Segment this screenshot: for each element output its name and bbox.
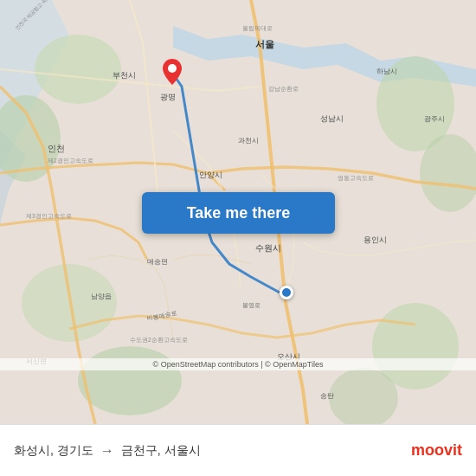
svg-text:광주시: 광주시 [424, 115, 445, 123]
svg-text:남양읍: 남양읍 [91, 293, 112, 300]
route-to: 금천구, 서울시 [121, 443, 201, 459]
moovit-logo: moovit [411, 441, 462, 460]
take-me-there-button[interactable]: Take me there [142, 192, 335, 234]
destination-pin [163, 59, 182, 85]
svg-text:강남순환로: 강남순환로 [268, 86, 299, 93]
svg-text:매송면: 매송면 [147, 258, 168, 266]
svg-text:영동고속도로: 영동고속도로 [338, 175, 374, 182]
svg-text:수원시: 수원시 [255, 243, 281, 253]
svg-point-34 [168, 64, 177, 73]
svg-text:부천시: 부천시 [113, 71, 136, 80]
origin-dot [280, 286, 293, 299]
moovit-logo-text: moovit [411, 441, 462, 460]
svg-text:성남시: 성남시 [320, 114, 344, 123]
svg-text:용인시: 용인시 [363, 235, 387, 244]
svg-text:과천시: 과천시 [238, 137, 259, 145]
svg-text:제3경인고속도로: 제3경인고속도로 [26, 213, 72, 220]
svg-point-6 [78, 346, 182, 415]
svg-text:안양시: 안양시 [199, 170, 222, 179]
map-container: 인천 부천시 광명 서울 과천시 안양시 성남시 하남시 광주시 수원시 용인시… [0, 0, 476, 424]
route-from: 화성시, 경기도 [14, 443, 93, 459]
svg-text:봉영로: 봉영로 [242, 302, 261, 309]
svg-text:광명: 광명 [160, 93, 176, 101]
svg-point-1 [35, 35, 121, 104]
svg-text:올림픽대로: 올림픽대로 [242, 25, 273, 32]
svg-text:하남시: 하남시 [376, 68, 397, 75]
svg-text:수도권2순환고속도로: 수도권2순환고속도로 [130, 337, 188, 344]
svg-text:제2경인고속도로: 제2경인고속도로 [48, 158, 93, 164]
bottom-bar: 화성시, 경기도 → 금천구, 서울시 moovit [0, 424, 476, 476]
svg-text:서울: 서울 [255, 39, 274, 49]
map-attribution: © OpenStreetMap contributors | © OpenMap… [0, 358, 476, 370]
svg-text:인천: 인천 [48, 144, 65, 153]
route-arrow: → [100, 443, 114, 459]
svg-text:송탄: 송탄 [320, 392, 334, 400]
